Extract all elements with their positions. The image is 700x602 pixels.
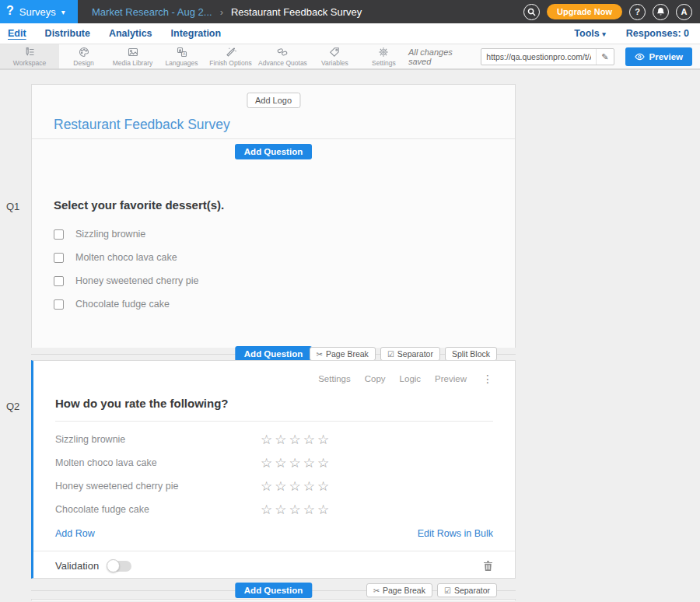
breadcrumb: Market Research - Aug 2... › Restaurant … <box>92 0 362 23</box>
help-button[interactable]: ? <box>629 4 646 20</box>
chevron-down-icon: ▾ <box>61 8 65 16</box>
more-options-icon[interactable]: ⋮ <box>482 373 493 385</box>
question-preview-link[interactable]: Preview <box>435 374 467 383</box>
breadcrumb-separator-icon: › <box>220 6 223 18</box>
checkbox[interactable] <box>54 276 64 286</box>
option-label[interactable]: Sizzling brownie <box>75 229 145 240</box>
insert-actions-1: ✂Page Break ☑Separator Split Block <box>310 347 497 361</box>
star-rating[interactable]: ☆☆☆☆☆ <box>261 457 331 470</box>
option-label[interactable]: Honey sweetened cherry pie <box>75 275 198 286</box>
add-row-link[interactable]: Add Row <box>55 528 95 539</box>
tab-analytics[interactable]: Analytics <box>109 28 152 39</box>
toolbar-right-group: All changes saved ✎ Preview <box>408 44 700 68</box>
validation-toggle[interactable] <box>108 561 131 572</box>
q1-options: Sizzling brownie Molten choco lava cake … <box>54 229 493 310</box>
toolbar-tab-variables[interactable]: Variables <box>310 44 359 68</box>
add-logo-button[interactable]: Add Logo <box>247 93 300 108</box>
chevron-down-icon: ▾ <box>602 30 606 38</box>
add-question-button[interactable]: Add Question <box>235 346 312 362</box>
add-question-button[interactable]: Add Question <box>235 583 312 598</box>
add-question-button[interactable]: Add Question <box>235 144 312 159</box>
upgrade-now-button[interactable]: Upgrade Now <box>547 4 622 19</box>
star-rating[interactable]: ☆☆☆☆☆ <box>261 480 331 493</box>
toolbar-tab-media-library[interactable]: Media Library <box>108 44 157 68</box>
questionpro-logo-icon: ? <box>6 5 14 17</box>
survey-editor-canvas: Q1 Q2 Add Logo Restaurant Feedback Surve… <box>0 70 700 600</box>
q2-content: How do you rate the following? Sizzling … <box>33 361 515 541</box>
breadcrumb-folder[interactable]: Market Research - Aug 2... <box>92 6 212 18</box>
survey-nav-bar: Edit Distribute Analytics Integration To… <box>0 23 700 44</box>
translate-icon: A <box>177 47 187 58</box>
checkbox[interactable] <box>54 299 64 310</box>
survey-url-input[interactable] <box>481 52 596 61</box>
q1-question-text[interactable]: Select your favorite dessert(s). <box>54 198 493 212</box>
checkbox[interactable] <box>54 253 64 263</box>
toolbar-tab-design[interactable]: Design <box>59 44 108 68</box>
row-label[interactable]: Sizzling brownie <box>55 434 261 445</box>
product-menu-label: Surveys <box>19 6 56 18</box>
toolbar-tab-advance-quotas[interactable]: Advance Quotas <box>255 44 310 68</box>
tab-distribute[interactable]: Distribute <box>45 28 90 39</box>
insert-row-2: Add Question ✂Page Break ☑Separator <box>31 579 516 599</box>
notifications-button[interactable] <box>653 4 669 20</box>
separator-button[interactable]: ☑Separator <box>437 583 497 597</box>
insert-actions-2: ✂Page Break ☑Separator <box>366 583 497 597</box>
nav-right-group: Tools ▾ Responses: 0 <box>574 28 692 39</box>
tools-menu[interactable]: Tools ▾ <box>574 28 605 39</box>
question-logic-link[interactable]: Logic <box>400 374 422 383</box>
edit-rows-in-bulk-link[interactable]: Edit Rows in Bulk <box>418 528 493 539</box>
edit-url-icon[interactable]: ✎ <box>596 49 613 65</box>
q2-row-links: Add Row Edit Rows in Bulk <box>55 526 493 541</box>
question-settings-link[interactable]: Settings <box>318 374 351 383</box>
toolbar-tab-languages[interactable]: A Languages <box>157 44 206 68</box>
tab-integration[interactable]: Integration <box>171 28 222 39</box>
image-icon <box>128 47 138 58</box>
survey-title[interactable]: Restaurant Feedback Survey <box>54 117 230 133</box>
option-label[interactable]: Chocolate fudge cake <box>75 299 170 310</box>
survey-block-1: Add Logo Restaurant Feedback Survey Add … <box>31 84 516 348</box>
account-avatar[interactable]: A <box>676 4 692 20</box>
preview-button[interactable]: Preview <box>625 47 692 66</box>
toolbar-tab-workspace[interactable]: Workspace <box>0 44 59 68</box>
survey-url-box: ✎ <box>481 48 614 65</box>
question-copy-link[interactable]: Copy <box>365 374 386 383</box>
page-break-button[interactable]: ✂Page Break <box>310 347 376 361</box>
toolbar-tab-settings[interactable]: Settings <box>359 44 408 68</box>
palette-icon <box>79 47 89 58</box>
row-label[interactable]: Honey sweetened cherry pie <box>55 481 261 492</box>
star-rating[interactable]: ☆☆☆☆☆ <box>261 433 331 446</box>
list-item: Sizzling brownie <box>54 229 493 240</box>
add-question-strip-top: Add Question <box>32 139 515 164</box>
checkbox[interactable] <box>54 229 64 240</box>
top-header-bar: ? Surveys ▾ Market Research - Aug 2... ›… <box>0 0 700 23</box>
row-label[interactable]: Molten choco lava cake <box>55 457 261 468</box>
question-q2-selected: Settings Copy Logic Preview ⋮ How do you… <box>31 360 516 579</box>
surveys-product-menu[interactable]: ? Surveys ▾ <box>0 0 78 23</box>
toggle-knob <box>107 559 120 572</box>
scissors-icon: ✂ <box>317 350 323 359</box>
insert-row-1: Add Question ✂Page Break ☑Separator Spli… <box>31 348 516 360</box>
delete-question-button[interactable] <box>483 560 493 572</box>
separator-icon: ☑ <box>444 586 451 595</box>
search-button[interactable] <box>523 4 540 20</box>
survey-header-section: Add Logo Restaurant Feedback Survey <box>32 85 515 139</box>
q2-footer: Validation <box>33 551 515 580</box>
page-break-button[interactable]: ✂Page Break <box>366 583 432 597</box>
eye-icon <box>635 53 645 61</box>
star-rating[interactable]: ☆☆☆☆☆ <box>261 503 331 516</box>
toolbar-tab-finish-options[interactable]: Finish Options <box>206 44 255 68</box>
separator-button[interactable]: ☑Separator <box>380 347 440 361</box>
workspace-icon <box>24 47 35 58</box>
row-label[interactable]: Chocolate fudge cake <box>55 504 261 515</box>
list-item: Chocolate fudge cake <box>54 299 493 310</box>
option-label[interactable]: Molten choco lava cake <box>75 252 177 263</box>
scissors-icon: ✂ <box>373 586 380 595</box>
q2-question-text[interactable]: How do you rate the following? <box>55 397 493 410</box>
gear-icon <box>378 47 389 58</box>
tab-edit[interactable]: Edit <box>8 28 26 39</box>
list-item: Honey sweetened cherry pie <box>54 275 493 286</box>
responses-count[interactable]: Responses: 0 <box>626 28 689 39</box>
split-block-button[interactable]: Split Block <box>445 347 497 361</box>
chain-links-icon <box>277 47 288 58</box>
q2-rating-rows: Sizzling brownie ☆☆☆☆☆ Molten choco lava… <box>55 428 493 521</box>
